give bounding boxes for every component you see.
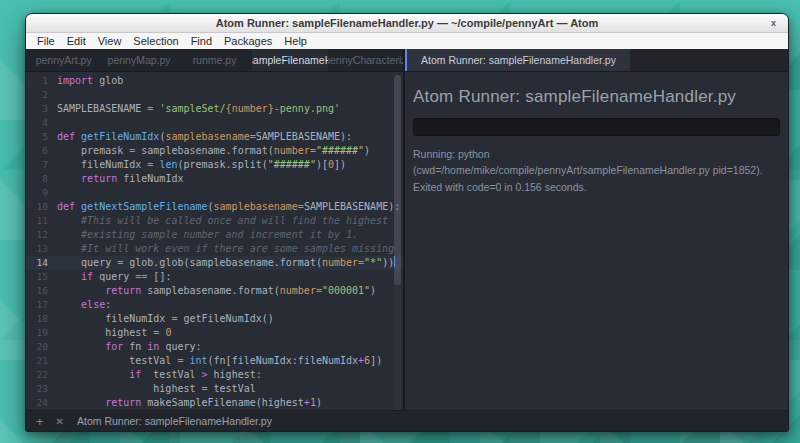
tab-atom-runner[interactable]: Atom Runner: sampleFilenameHandler.py <box>405 49 630 71</box>
line-text <box>57 186 403 200</box>
line-number: 2 <box>26 88 57 102</box>
code-line-5[interactable]: 5def getFileNumIdx(samplebasename=SAMPLE… <box>26 130 403 144</box>
menu-help[interactable]: Help <box>278 35 313 47</box>
line-text: SAMPLEBASENAME = 'sampleSet/{number}-pen… <box>57 102 403 116</box>
window-close-icon[interactable]: x <box>771 18 776 28</box>
line-number: 11 <box>26 214 57 228</box>
menu-bar: FileEditViewSelectionFindPackagesHelp <box>26 33 788 49</box>
code-line-9[interactable]: 9 <box>26 186 403 200</box>
line-text: highest = 0 <box>57 326 403 340</box>
editor-scrollbar[interactable] <box>394 75 401 410</box>
line-number: 5 <box>26 130 57 144</box>
code-line-14[interactable]: 14 query = glob.glob(samplebasename.form… <box>26 256 403 270</box>
line-number: 24 <box>26 396 57 410</box>
line-number: 15 <box>26 270 57 284</box>
code-line-8[interactable]: 8 return fileNumIdx <box>26 172 403 186</box>
code-line-7[interactable]: 7 fileNumIdx = len(premask.split("######… <box>26 158 403 172</box>
line-text <box>57 116 403 130</box>
tab-pennycharacteriz[interactable]: pennyCharacteriz <box>328 49 403 71</box>
code-line-17[interactable]: 17 else: <box>26 298 403 312</box>
code-line-6[interactable]: 6 premask = samplebasename.format(number… <box>26 144 403 158</box>
menu-edit[interactable]: Edit <box>61 35 92 47</box>
line-text: else: <box>57 298 403 312</box>
code-lines: 1import glob23SAMPLEBASENAME = 'sampleSe… <box>26 74 403 410</box>
code-line-1[interactable]: 1import glob <box>26 74 403 88</box>
line-text: #It will work even if there are some sam… <box>57 242 403 256</box>
runner-output-box[interactable] <box>413 118 780 136</box>
code-line-3[interactable]: 3SAMPLEBASENAME = 'sampleSet/{number}-pe… <box>26 102 403 116</box>
runner-tab-bar: Atom Runner: sampleFilenameHandler.py <box>405 49 788 72</box>
runner-pane: Atom Runner: sampleFilenameHandler.py At… <box>405 49 788 410</box>
line-number: 1 <box>26 74 57 88</box>
line-number: 22 <box>26 368 57 382</box>
menu-find[interactable]: Find <box>185 35 218 47</box>
code-line-16[interactable]: 16 return samplebasename.format(number="… <box>26 284 403 298</box>
line-number: 10 <box>26 200 57 214</box>
code-line-22[interactable]: 22 if testVal > highest: <box>26 368 403 382</box>
line-number: 14 <box>26 256 57 270</box>
add-panel-icon[interactable]: + <box>36 414 44 429</box>
code-line-20[interactable]: 20 for fn in query: <box>26 340 403 354</box>
code-line-15[interactable]: 15 if query == []: <box>26 270 403 284</box>
code-line-2[interactable]: 2 <box>26 88 403 102</box>
line-number: 9 <box>26 186 57 200</box>
tab-runme-py[interactable]: runme.py <box>177 49 252 71</box>
line-number: 6 <box>26 144 57 158</box>
scrollbar-thumb[interactable] <box>394 75 401 285</box>
line-number: 21 <box>26 354 57 368</box>
editor-pane: pennyArt.pypennyMap.pyrunme.pysampleFile… <box>26 49 405 410</box>
line-text: def getNextSampleFilename(samplebasename… <box>57 200 403 214</box>
menu-view[interactable]: View <box>92 35 128 47</box>
menu-file[interactable]: File <box>31 35 61 47</box>
workspace: pennyArt.pypennyMap.pyrunme.pysampleFile… <box>26 49 788 410</box>
line-number: 23 <box>26 382 57 396</box>
bottom-panel-bar: + ✕ Atom Runner: sampleFilenameHandler.p… <box>26 410 788 431</box>
tab-samplefilenameh[interactable]: sampleFilenameH <box>252 49 327 71</box>
menu-selection[interactable]: Selection <box>127 35 184 47</box>
line-text: fileNumIdx = getFileNumIdx() <box>57 312 403 326</box>
code-line-4[interactable]: 4 <box>26 116 403 130</box>
window-title: Atom Runner: sampleFilenameHandler.py — … <box>216 17 599 29</box>
line-text: query = glob.glob(samplebasename.format(… <box>57 256 403 270</box>
line-text: if testVal > highest: <box>57 368 403 382</box>
line-text <box>57 88 403 102</box>
line-number: 18 <box>26 312 57 326</box>
line-number: 13 <box>26 242 57 256</box>
line-text: if query == []: <box>57 270 403 284</box>
window-titlebar[interactable]: Atom Runner: sampleFilenameHandler.py — … <box>26 14 788 33</box>
code-line-11[interactable]: 11 #This will be called once and will fi… <box>26 214 403 228</box>
line-text: return samplebasename.format(number="000… <box>57 284 403 298</box>
line-text: import glob <box>57 74 403 88</box>
line-number: 17 <box>26 298 57 312</box>
code-line-23[interactable]: 23 highest = testVal <box>26 382 403 396</box>
code-line-18[interactable]: 18 fileNumIdx = getFileNumIdx() <box>26 312 403 326</box>
line-text: return makeSampleFilename(highest+1) <box>57 396 403 410</box>
line-text: testVal = int(fn[fileNumIdx:fileNumIdx+6… <box>57 354 403 368</box>
code-line-12[interactable]: 12 #existing sample number and increment… <box>26 228 403 242</box>
menu-packages[interactable]: Packages <box>218 35 278 47</box>
runner-tab-label: Atom Runner: sampleFilenameHandler.py <box>421 54 616 66</box>
line-text: fileNumIdx = len(premask.split("######")… <box>57 158 403 172</box>
line-text: highest = testVal <box>57 382 403 396</box>
code-line-13[interactable]: 13 #It will work even if there are some … <box>26 242 403 256</box>
desktop-background: Atom Runner: sampleFilenameHandler.py — … <box>0 0 800 443</box>
line-number: 20 <box>26 340 57 354</box>
line-number: 3 <box>26 102 57 116</box>
tab-pennyart-py[interactable]: pennyArt.py <box>26 49 101 71</box>
code-line-10[interactable]: 10def getNextSampleFilename(samplebasena… <box>26 200 403 214</box>
line-number: 7 <box>26 158 57 172</box>
runner-content: Atom Runner: sampleFilenameHandler.py Ru… <box>405 72 788 195</box>
line-number: 19 <box>26 326 57 340</box>
close-panel-icon[interactable]: ✕ <box>56 416 64 427</box>
editor-tab-bar: pennyArt.pypennyMap.pyrunme.pysampleFile… <box>26 49 403 72</box>
code-line-21[interactable]: 21 testVal = int(fn[fileNumIdx:fileNumId… <box>26 354 403 368</box>
line-number: 12 <box>26 228 57 242</box>
line-text: premask = samplebasename.format(number="… <box>57 144 403 158</box>
bottom-panel-label[interactable]: Atom Runner: sampleFilenameHandler.py <box>77 415 272 427</box>
tab-pennymap-py[interactable]: pennyMap.py <box>101 49 176 71</box>
code-editor[interactable]: 1import glob23SAMPLEBASENAME = 'sampleSe… <box>26 72 403 410</box>
line-number: 8 <box>26 172 57 186</box>
code-line-24[interactable]: 24 return makeSampleFilename(highest+1) <box>26 396 403 410</box>
code-line-19[interactable]: 19 highest = 0 <box>26 326 403 340</box>
atom-window: Atom Runner: sampleFilenameHandler.py — … <box>25 13 789 432</box>
